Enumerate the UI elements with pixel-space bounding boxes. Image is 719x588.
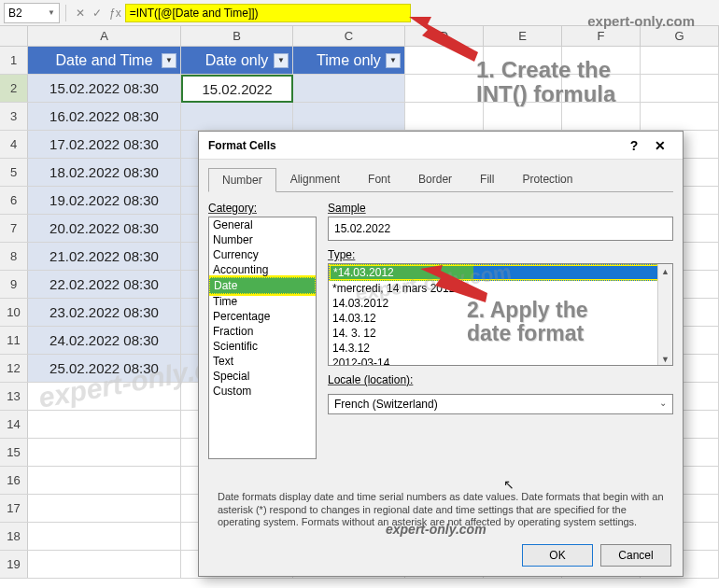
type-item[interactable]: 14.3.12: [329, 341, 672, 356]
col-header-f[interactable]: F: [562, 26, 641, 46]
row-header[interactable]: 13: [0, 383, 28, 410]
cell[interactable]: [484, 103, 562, 130]
row-header[interactable]: 9: [0, 271, 28, 298]
col-header-g[interactable]: G: [641, 26, 719, 46]
row-header[interactable]: 5: [0, 159, 28, 186]
category-item[interactable]: Date: [209, 277, 316, 294]
row-header[interactable]: 18: [0, 523, 28, 550]
type-list[interactable]: *14.03.2012*mercredi, 14 mars 201214.03.…: [328, 263, 673, 366]
row-header[interactable]: 14: [0, 411, 28, 438]
cancel-formula-icon[interactable]: ✕: [76, 7, 85, 20]
category-item[interactable]: Custom: [209, 384, 316, 399]
category-item[interactable]: Currency: [209, 247, 316, 262]
cell[interactable]: [181, 103, 293, 130]
type-item[interactable]: *14.03.2012: [329, 264, 672, 281]
filter-dropdown-icon[interactable]: ▼: [162, 53, 176, 68]
cell[interactable]: [28, 551, 181, 578]
row-header[interactable]: 16: [0, 467, 28, 494]
cell[interactable]: 15.02.2022: [181, 75, 293, 103]
cell[interactable]: [641, 75, 719, 102]
cell[interactable]: 22.02.2022 08:30: [28, 271, 181, 298]
cell[interactable]: [293, 75, 405, 102]
cell[interactable]: 18.02.2022 08:30: [28, 159, 181, 186]
row-header[interactable]: 1: [0, 47, 28, 74]
type-item[interactable]: 2012-03-14: [329, 356, 672, 366]
chevron-down-icon[interactable]: ⌄: [659, 398, 667, 411]
row-header[interactable]: 11: [0, 327, 28, 354]
col-header-b[interactable]: B: [181, 26, 293, 46]
tab-fill[interactable]: Fill: [466, 167, 508, 191]
row-header[interactable]: 6: [0, 187, 28, 214]
cell[interactable]: 17.02.2022 08:30: [28, 131, 181, 158]
row-header[interactable]: 4: [0, 131, 28, 158]
row-header[interactable]: 17: [0, 495, 28, 522]
cell[interactable]: [28, 495, 181, 522]
col-header-a[interactable]: A: [28, 26, 181, 46]
type-item[interactable]: 14. 3. 12: [329, 326, 672, 341]
row-header[interactable]: 19: [0, 551, 28, 578]
cell[interactable]: 25.02.2022 08:30: [28, 355, 181, 382]
cell[interactable]: [405, 103, 484, 130]
cell[interactable]: [28, 411, 181, 438]
cell[interactable]: [28, 439, 181, 466]
category-item[interactable]: Scientific: [209, 339, 316, 354]
tab-protection[interactable]: Protection: [508, 167, 586, 191]
cell[interactable]: [28, 467, 181, 494]
category-item[interactable]: Text: [209, 354, 316, 369]
scroll-up-icon[interactable]: ▲: [658, 264, 672, 279]
cell[interactable]: 20.02.2022 08:30: [28, 215, 181, 242]
cell[interactable]: 19.02.2022 08:30: [28, 187, 181, 214]
category-list[interactable]: GeneralNumberCurrencyAccountingDateTimeP…: [208, 217, 317, 459]
category-item[interactable]: Fraction: [209, 324, 316, 339]
table-header-time-only[interactable]: Time only▼: [293, 47, 405, 74]
cell[interactable]: [405, 75, 484, 102]
select-all-corner[interactable]: [0, 26, 28, 46]
category-item[interactable]: General: [209, 217, 316, 232]
type-item[interactable]: 14.03.12: [329, 311, 672, 326]
cell[interactable]: 16.02.2022 08:30: [28, 103, 181, 130]
category-item[interactable]: Percentage: [209, 309, 316, 324]
col-header-e[interactable]: E: [484, 26, 562, 46]
locale-select[interactable]: French (Switzerland) ⌄: [328, 394, 673, 414]
row-header[interactable]: 7: [0, 215, 28, 242]
row-header[interactable]: 12: [0, 355, 28, 382]
cell[interactable]: 15.02.2022 08:30: [28, 75, 181, 102]
cell[interactable]: [28, 383, 181, 410]
cell[interactable]: [641, 103, 719, 130]
tab-border[interactable]: Border: [404, 167, 466, 191]
help-icon[interactable]: ?: [621, 138, 647, 153]
cell[interactable]: 21.02.2022 08:30: [28, 243, 181, 270]
cell[interactable]: [562, 75, 641, 102]
col-header-c[interactable]: C: [293, 26, 405, 46]
filter-dropdown-icon[interactable]: ▼: [386, 53, 401, 68]
cell[interactable]: [484, 75, 562, 102]
cell[interactable]: [484, 47, 562, 74]
cell[interactable]: [28, 523, 181, 550]
close-icon[interactable]: ✕: [647, 138, 673, 153]
table-header-date-only[interactable]: Date only▼: [181, 47, 293, 74]
filter-dropdown-icon[interactable]: ▼: [274, 53, 289, 68]
row-header[interactable]: 3: [0, 103, 28, 130]
row-header[interactable]: 15: [0, 439, 28, 466]
row-header[interactable]: 2: [0, 75, 28, 102]
tab-number[interactable]: Number: [208, 168, 276, 192]
row-header[interactable]: 8: [0, 243, 28, 270]
chevron-down-icon[interactable]: ▼: [48, 8, 55, 17]
cell[interactable]: [562, 47, 641, 74]
scrollbar[interactable]: ▲▼: [657, 264, 672, 365]
cell[interactable]: [562, 103, 641, 130]
table-header-date-time[interactable]: Date and Time▼: [28, 47, 181, 74]
cancel-button[interactable]: Cancel: [600, 544, 671, 567]
ok-button[interactable]: OK: [522, 544, 593, 567]
name-box[interactable]: B2 ▼: [4, 3, 60, 23]
formula-input[interactable]: =INT([@[Date and Time]]): [125, 4, 411, 22]
cell[interactable]: 24.02.2022 08:30: [28, 327, 181, 354]
type-item[interactable]: *mercredi, 14 mars 2012: [329, 281, 672, 296]
row-header[interactable]: 10: [0, 299, 28, 326]
accept-formula-icon[interactable]: ✓: [92, 7, 102, 20]
category-item[interactable]: Time: [209, 294, 316, 309]
category-item[interactable]: Number: [209, 232, 316, 247]
category-item[interactable]: Accounting: [209, 262, 316, 277]
type-item[interactable]: 14.03.2012: [329, 296, 672, 311]
tab-alignment[interactable]: Alignment: [276, 167, 354, 191]
